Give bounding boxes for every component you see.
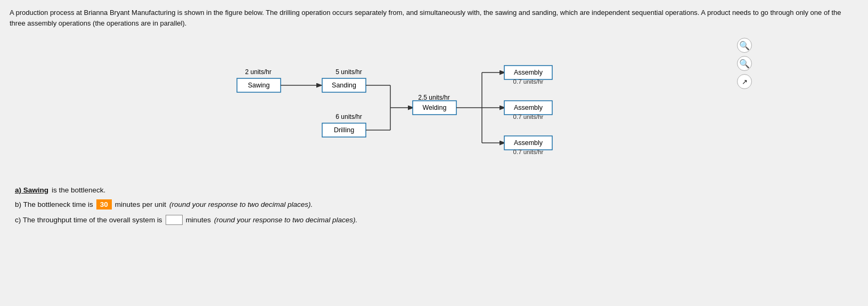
answer-a-suffix: is the bottleneck. — [52, 186, 105, 194]
answer-b-note: (round your response to two decimal plac… — [169, 200, 313, 208]
sawing-rate-label: 2 units/hr — [245, 68, 271, 76]
answer-b-suffix: minutes per unit — [115, 200, 166, 208]
answer-c-input[interactable] — [166, 215, 183, 225]
page-container: A production process at Brianna Bryant M… — [0, 0, 868, 306]
answer-c-row: c) The throughput time of the overall sy… — [15, 215, 858, 225]
welding-rate-label: 2.5 units/hr — [418, 94, 449, 101]
answer-c-suffix: minutes — [186, 216, 211, 224]
description-text: A production process at Brianna Bryant M… — [10, 7, 851, 28]
drilling-label: Drilling — [334, 126, 354, 134]
sanding-rate-label: 5 units/hr — [335, 68, 362, 76]
assembly1-rate: 0.7 units/hr — [513, 78, 544, 85]
drilling-rate-label: 6 units/hr — [335, 113, 362, 120]
assembly2-rate: 0.7 units/hr — [513, 114, 544, 120]
sawing-label: Sawing — [248, 82, 270, 89]
answer-c-label: c) The throughput time of the overall sy… — [15, 216, 162, 224]
answer-c-note: (round your response to two decimal plac… — [214, 216, 357, 224]
zoom-icon-btn[interactable]: 🔍 — [737, 56, 752, 71]
answers-section: a) Sawing is the bottleneck. b) The bott… — [10, 186, 858, 225]
search-icon-btn[interactable]: 🔍 — [737, 38, 752, 53]
answer-b-row: b) The bottleneck time is 30 minutes per… — [15, 199, 858, 210]
diagram-area: 2 units/hr Sawing 5 units/hr Sanding 6 u… — [10, 38, 858, 176]
assembly3-rate: 0.7 units/hr — [513, 149, 544, 155]
assembly3-label: Assembly — [514, 139, 543, 147]
assembly1-label: Assembly — [514, 69, 543, 76]
answer-b-value[interactable]: 30 — [96, 199, 112, 210]
answer-a-label: a) Sawing — [15, 186, 48, 194]
answer-b-label: b) The bottleneck time is — [15, 200, 93, 208]
process-diagram: 2 units/hr Sawing 5 units/hr Sanding 6 u… — [205, 38, 663, 166]
assembly2-label: Assembly — [514, 104, 543, 111]
external-link-icon-btn[interactable]: ↗ — [737, 74, 752, 89]
sanding-label: Sanding — [332, 82, 356, 89]
answer-a-row: a) Sawing is the bottleneck. — [15, 186, 858, 194]
toolbar-icons: 🔍 🔍 ↗ — [737, 38, 752, 89]
welding-label: Welding — [423, 104, 447, 111]
